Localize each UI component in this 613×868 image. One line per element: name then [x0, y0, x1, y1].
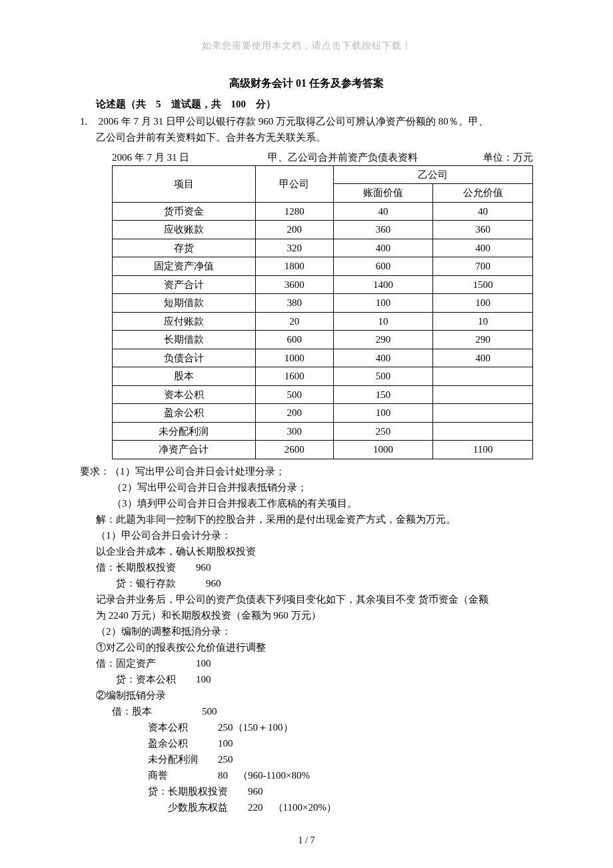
table-row: 未分配利润300250	[113, 422, 533, 441]
ans-l14: 盈余公积 100	[80, 735, 533, 751]
table-row: 短期借款380100100	[113, 294, 533, 313]
table-cell: 320	[255, 239, 333, 257]
table-cell: 未分配利润	[113, 422, 256, 441]
table-cell: 600	[333, 257, 433, 276]
table-cell: 20	[255, 312, 333, 331]
ans-l11: ②编制抵销分录	[80, 687, 533, 703]
table-cell: 290	[333, 331, 433, 349]
table-title: 甲、乙公司合并前资产负债表资料	[189, 149, 483, 165]
table-cell: 200	[255, 221, 333, 239]
table-cell: 400	[333, 239, 433, 257]
col-company-a: 甲公司	[255, 165, 333, 202]
table-cell: 长期借款	[113, 331, 256, 349]
table-cell: 1000	[255, 349, 333, 367]
col-item: 项目	[113, 165, 256, 202]
ans-l16: 商誉 80 （960-1100×80%	[80, 767, 533, 783]
ans-l13: 资本公积 250（150＋100）	[80, 719, 533, 735]
table-cell: 1800	[255, 257, 333, 276]
table-cell: 1400	[333, 275, 433, 294]
table-cell: 1280	[255, 202, 333, 221]
ans-l12: 借：股本 500	[80, 703, 533, 719]
col-company-b: 乙公司	[333, 165, 532, 184]
table-cell: 短期借款	[113, 294, 256, 313]
table-row: 股本1600500	[113, 367, 533, 386]
table-cell	[433, 367, 533, 386]
ans-l5: 贷：银行存款 960	[80, 575, 533, 591]
table-cell: 2600	[255, 441, 333, 459]
table-row: 货币资金12804040	[113, 202, 533, 221]
table-cell: 应付账款	[113, 312, 256, 331]
question-1: 1. 2006 年 7 月 31 日甲公司以银行存款 960 万元取得乙公司可辨…	[80, 113, 533, 815]
ans-l9: 借：固定资产 100	[80, 655, 533, 671]
table-row: 固定资产净值1800600700	[113, 257, 533, 276]
table-caption: 2006 年 7 月 31 日 甲、乙公司合并前资产负债表资料 单位：万元	[80, 149, 533, 165]
req-3: （3）填列甲公司合并日合并报表工作底稿的有关项目。	[80, 495, 533, 511]
table-cell: 400	[433, 239, 533, 257]
table-cell: 360	[433, 221, 533, 239]
table-cell: 290	[433, 331, 533, 349]
question-number: 1.	[80, 113, 96, 129]
ans-l10: 贷：资本公积 100	[80, 671, 533, 687]
table-cell: 股本	[113, 367, 256, 386]
table-cell	[433, 385, 533, 404]
table-cell: 1600	[255, 367, 333, 386]
col-fair-value: 公允价值	[433, 184, 533, 203]
section-heading: 论述题（共 5 道试题，共 100 分）	[80, 96, 533, 112]
table-cell: 资本公积	[113, 385, 256, 404]
table-cell: 10	[333, 312, 433, 331]
table-row: 资本公积500150	[113, 385, 533, 404]
table-cell: 40	[433, 202, 533, 221]
table-cell: 3600	[255, 275, 333, 294]
table-row: 资产合计360014001500	[113, 275, 533, 294]
table-cell	[433, 404, 533, 423]
ans-l2: （1）甲公司合并日会计分录：	[80, 527, 533, 543]
ans-l3: 以企业合并成本，确认长期股权投资	[80, 543, 533, 559]
table-cell: 360	[333, 221, 433, 239]
table-cell: 净资产合计	[113, 441, 256, 459]
table-row: 负债合计1000400400	[113, 349, 533, 367]
table-row: 净资产合计260010001100	[113, 441, 533, 459]
ans-l18: 少数股东权益 220 （1100×20%）	[80, 799, 533, 815]
ans-l6: 记录合并业务后，甲公司的资产负债表下列项目变化如下，其余项目不变 货币资金（金额	[80, 591, 533, 607]
table-row: 应收账款200360360	[113, 221, 533, 239]
table-cell: 150	[333, 385, 433, 404]
table-cell: 500	[333, 367, 433, 386]
table-row: 盈余公积200100	[113, 404, 533, 423]
document-title: 高级财务会计 01 任务及参考答案	[80, 75, 533, 92]
table-cell: 负债合计	[113, 349, 256, 367]
ans-l1: 解：此题为非同一控制下的控股合并，采用的是付出现金资产方式，金额为万元。	[80, 511, 533, 527]
req-2: （2）写出甲公司合并日合并报表抵销分录；	[80, 479, 533, 495]
ans-l4: 借：长期股权投资 960	[80, 559, 533, 575]
question-text-line1: 2006 年 7 月 31 日甲公司以银行存款 960 万元取得乙公司可辨认净资…	[99, 113, 532, 129]
table-cell: 700	[433, 257, 533, 276]
table-cell: 10	[433, 312, 533, 331]
table-date: 2006 年 7 月 31 日	[112, 149, 189, 165]
table-cell: 100	[333, 294, 433, 313]
table-cell: 500	[255, 385, 333, 404]
table-cell: 40	[333, 202, 433, 221]
table-cell: 100	[433, 294, 533, 313]
table-cell: 100	[333, 404, 433, 423]
table-unit: 单位：万元	[483, 149, 533, 165]
ans-l7: （2）编制的调整和抵消分录：	[80, 623, 533, 639]
requirement-line: 要求：（1）写出甲公司合并日会计处理分录；	[80, 463, 533, 479]
table-header-row1: 项目 甲公司 乙公司	[113, 165, 533, 184]
table-cell: 固定资产净值	[113, 257, 256, 276]
ans-l15: 未分配利润 250	[80, 751, 533, 767]
table-row: 长期借款600290290	[113, 331, 533, 349]
table-cell: 400	[433, 349, 533, 367]
download-hint: 如果您需要使用本文档，请点击下载按钮下载！	[80, 39, 533, 53]
req-label: 要求：	[80, 466, 110, 477]
table-cell: 1100	[433, 441, 533, 459]
table-cell: 存货	[113, 239, 256, 257]
col-book-value: 账面价值	[333, 184, 433, 203]
table-cell: 380	[255, 294, 333, 313]
table-cell: 300	[255, 422, 333, 441]
ans-l6b: 为 2240 万元）和长期股权投资（金额为 960 万元）	[80, 607, 533, 623]
table-cell: 400	[333, 349, 433, 367]
table-cell: 200	[255, 404, 333, 423]
page-number: 1 / 7	[0, 833, 613, 848]
table-cell: 1000	[333, 441, 433, 459]
document-page: 如果您需要使用本文档，请点击下载按钮下载！ 高级财务会计 01 任务及参考答案 …	[0, 0, 613, 868]
table-cell: 资产合计	[113, 275, 256, 294]
